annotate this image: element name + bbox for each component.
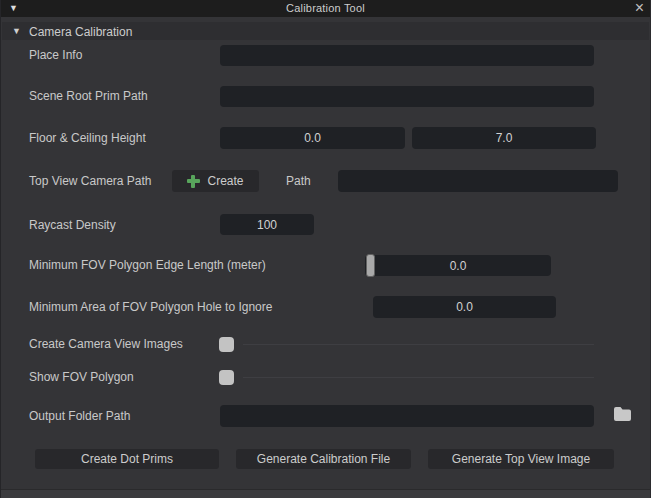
path-label: Path xyxy=(286,174,311,188)
show-fov-polygon-label: Show FOV Polygon xyxy=(29,370,134,384)
separator-line xyxy=(243,344,594,345)
scene-root-prim-path-label: Scene Root Prim Path xyxy=(29,89,148,103)
generate-top-view-image-button[interactable]: Generate Top View Image xyxy=(428,449,614,469)
top-view-camera-path-input[interactable] xyxy=(338,170,618,192)
slider-handle[interactable] xyxy=(366,254,375,277)
window-bottom-edge xyxy=(1,489,650,498)
min-fov-edge-length-label: Minimum FOV Polygon Edge Length (meter) xyxy=(29,258,266,272)
folder-icon xyxy=(613,406,632,422)
place-info-input[interactable] xyxy=(220,45,594,66)
raycast-density-input[interactable]: 100 xyxy=(220,214,314,235)
min-fov-hole-area-input[interactable]: 0.0 xyxy=(373,296,556,318)
separator-line xyxy=(243,377,594,378)
create-dot-prims-button[interactable]: Create Dot Prims xyxy=(35,449,219,469)
ceiling-height-input[interactable]: 7.0 xyxy=(412,127,596,149)
raycast-density-value: 100 xyxy=(257,218,277,232)
close-icon[interactable]: × xyxy=(635,0,644,17)
collapse-triangle-icon[interactable]: ▼ xyxy=(12,26,21,36)
floor-height-input[interactable]: 0.0 xyxy=(220,127,405,149)
min-fov-edge-length-value: 0.0 xyxy=(450,259,467,273)
generate-calibration-file-button[interactable]: Generate Calibration File xyxy=(236,449,411,469)
scene-root-prim-path-input[interactable] xyxy=(220,86,594,107)
ceiling-height-value: 7.0 xyxy=(496,131,513,145)
browse-folder-button[interactable] xyxy=(609,405,635,425)
camera-calibration-section-header[interactable]: ▼ Camera Calibration xyxy=(2,22,649,40)
min-fov-hole-area-value: 0.0 xyxy=(456,300,473,314)
section-title: Camera Calibration xyxy=(29,25,132,39)
output-folder-path-input[interactable] xyxy=(220,405,594,427)
create-camera-view-images-checkbox[interactable] xyxy=(219,337,234,352)
top-view-camera-path-label: Top View Camera Path xyxy=(29,174,152,188)
create-camera-button-label: Create xyxy=(207,174,243,188)
min-fov-hole-area-label: Minimum Area of FOV Polygon Hole to Igno… xyxy=(29,300,272,314)
generate-calibration-file-label: Generate Calibration File xyxy=(257,452,390,466)
window-title: Calibration Tool xyxy=(1,2,650,14)
raycast-density-label: Raycast Density xyxy=(29,218,116,232)
min-fov-edge-length-slider[interactable]: 0.0 xyxy=(365,255,551,276)
calibration-tool-window: ▼ Calibration Tool × ▼ Camera Calibratio… xyxy=(0,0,651,498)
floor-ceiling-height-label: Floor & Ceiling Height xyxy=(29,131,146,145)
output-folder-path-label: Output Folder Path xyxy=(29,409,130,423)
create-dot-prims-label: Create Dot Prims xyxy=(81,452,173,466)
plus-icon xyxy=(187,175,200,188)
title-bar[interactable]: ▼ Calibration Tool × xyxy=(1,0,650,17)
create-camera-button[interactable]: Create xyxy=(172,170,259,192)
generate-top-view-image-label: Generate Top View Image xyxy=(452,452,590,466)
create-camera-view-images-label: Create Camera View Images xyxy=(29,337,183,351)
show-fov-polygon-checkbox[interactable] xyxy=(219,370,234,385)
floor-height-value: 0.0 xyxy=(304,131,321,145)
place-info-label: Place Info xyxy=(29,48,82,62)
